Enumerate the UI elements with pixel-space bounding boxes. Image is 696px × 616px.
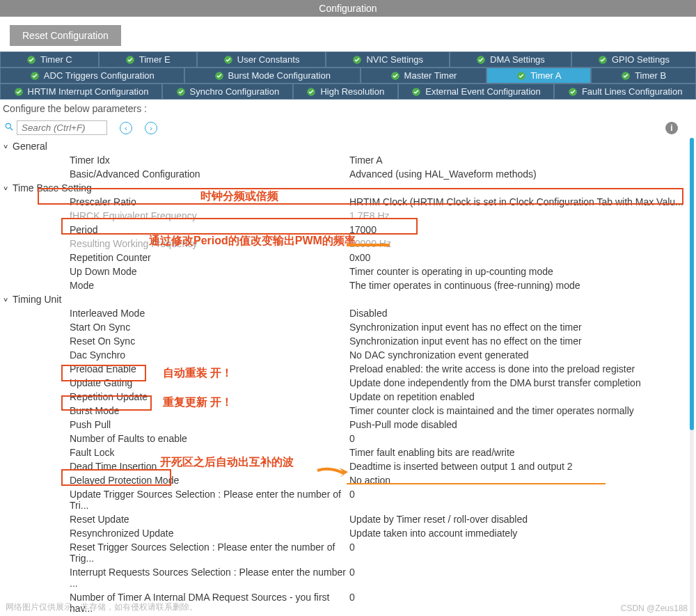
scrollbar-thumb[interactable] [690, 138, 694, 430]
csdn-credit: CSDN @Zeus188 [621, 603, 688, 613]
search-toolbar: ‹ › i [0, 118, 696, 138]
tab-external-event-configuration[interactable]: External Event Configuration [398, 84, 555, 100]
param-row[interactable]: Repetition Counter0x00 [3, 251, 696, 264]
param-value: Synchronization input event has no effec… [349, 322, 696, 333]
section-label: General [13, 141, 47, 152]
param-value: Push-Pull mode disabled [349, 419, 696, 430]
param-value: 0 [349, 542, 696, 564]
caret-down-icon: ∨ [3, 143, 8, 149]
param-row[interactable]: Resulting Working Frequency10000 Hz [3, 237, 696, 251]
search-prev-button[interactable]: ‹ [120, 122, 132, 134]
tab-synchro-configuration[interactable]: Synchro Configuration [162, 84, 293, 100]
param-value: 0 [349, 433, 696, 444]
reset-configuration-button[interactable]: Reset Configuration [10, 25, 121, 46]
tab-timer-c[interactable]: Timer C [0, 52, 99, 68]
param-label: Update Gating [3, 377, 349, 388]
param-row[interactable]: Preload EnablePreload enabled: the write… [3, 362, 696, 376]
param-label: Resulting Working Frequency [3, 238, 349, 249]
caret-down-icon: ∨ [3, 296, 8, 302]
param-label: Start On Sync [3, 322, 349, 333]
search-icon [4, 122, 14, 134]
param-value: 10000 Hz [349, 238, 696, 249]
param-row[interactable]: Basic/Advanced ConfigurationAdvanced (us… [3, 167, 696, 181]
param-row[interactable]: Reset UpdateUpdate by Timer reset / roll… [3, 512, 696, 526]
param-value: Update taken into account immediately [349, 528, 696, 539]
param-row[interactable]: fHRCK Equivalent Frequency1.7E8 Hz [3, 209, 696, 223]
tab-label: HRTIM Interrupt Configuration [28, 86, 149, 97]
search-next-button[interactable]: › [145, 122, 157, 134]
param-value: 0 [349, 567, 696, 589]
param-row[interactable]: Burst ModeTimer counter clock is maintai… [3, 404, 696, 418]
tab-adc-triggers-configuration[interactable]: ADC Triggers Configuration [0, 68, 184, 84]
param-label: Reset Trigger Sources Selection : Please… [3, 542, 349, 564]
param-value: 1.7E8 Hz [349, 210, 696, 221]
param-label: Dead Time Insertion [3, 461, 349, 472]
param-row[interactable]: Reset Trigger Sources Selection : Please… [3, 540, 696, 565]
param-label: Mode [3, 280, 349, 291]
caret-down-icon: ∨ [3, 184, 8, 191]
param-row[interactable]: Delayed Protection ModeNo action [3, 473, 696, 487]
tab-fault-lines-configuration[interactable]: Fault Lines Configuration [554, 84, 696, 100]
tab-label: High Resolution [320, 86, 384, 97]
tab-nvic-settings[interactable]: NVIC Settings [326, 52, 450, 68]
tab-master-timer[interactable]: Master Timer [361, 68, 487, 84]
search-input[interactable] [17, 120, 107, 135]
tab-user-constants[interactable]: User Constants [197, 52, 326, 68]
param-label: Timer Idx [3, 155, 349, 166]
param-row[interactable]: Repetition UpdateUpdate on repetition en… [3, 390, 696, 404]
tab-timer-b[interactable]: Timer B [591, 68, 696, 84]
param-row[interactable]: Reset On SyncSynchronization input event… [3, 334, 696, 348]
param-value: Timer fault enabling bits are read/write [349, 447, 696, 458]
section-timing[interactable]: ∨Timing Unit [3, 292, 696, 306]
param-value: No DAC synchronization event generated [349, 349, 696, 361]
param-row[interactable]: Push PullPush-Pull mode disabled [3, 418, 696, 432]
tab-timer-a[interactable]: Timer A [487, 68, 591, 84]
param-row[interactable]: Start On SyncSynchronization input event… [3, 320, 696, 334]
param-row[interactable]: Interleaved ModeDisabled [3, 306, 696, 320]
info-icon[interactable]: i [665, 122, 678, 134]
tab-burst-mode-configuration[interactable]: Burst Mode Configuration [184, 68, 361, 84]
check-icon [14, 87, 24, 97]
param-label: Update Trigger Sources Selection : Pleas… [3, 489, 349, 511]
param-row[interactable]: Up Down ModeTimer counter is operating i… [3, 264, 696, 278]
param-row[interactable]: Prescaler RatioHRTIM Clock (HRTIM Clock … [3, 195, 696, 209]
tab-label: Timer B [635, 70, 666, 81]
param-label: Number of Faults to enable [3, 433, 349, 444]
check-icon [621, 71, 631, 81]
param-row[interactable]: Number of Faults to enable0 [3, 432, 696, 445]
param-row[interactable]: Interrupt Requests Sources Selection : P… [3, 565, 696, 590]
param-row[interactable]: Update GatingUpdate done independently f… [3, 376, 696, 390]
tab-high-resolution[interactable]: High Resolution [293, 84, 398, 100]
section-timebase[interactable]: ∨Time Base Setting [3, 181, 696, 195]
param-label: Resynchronized Update [3, 528, 349, 539]
tab-hrtim-interrupt-configuration[interactable]: HRTIM Interrupt Configuration [0, 84, 162, 100]
param-value: Timer counter clock is maintained and th… [349, 405, 696, 416]
check-icon [26, 55, 36, 65]
param-row[interactable]: Update Trigger Sources Selection : Pleas… [3, 487, 696, 512]
tab-dma-settings[interactable]: DMA Settings [450, 52, 571, 68]
check-icon [306, 87, 316, 97]
param-label: Repetition Update [3, 391, 349, 402]
param-row[interactable]: Dead Time InsertionDeadtime is inserted … [3, 459, 696, 473]
tab-timer-e[interactable]: Timer E [99, 52, 197, 68]
check-icon [568, 87, 578, 97]
param-label: Reset Update [3, 514, 349, 525]
param-value: Disabled [349, 308, 696, 319]
param-value: No action [349, 475, 696, 486]
param-row[interactable]: ModeThe timer operates in continuous (fr… [3, 278, 696, 292]
tab-label: DMA Settings [490, 54, 545, 65]
param-row[interactable]: Period17000 [3, 223, 696, 237]
param-row[interactable]: Dac SynchroNo DAC synchronization event … [3, 348, 696, 362]
param-value: 0x00 [349, 252, 696, 263]
param-value: Timer A [349, 155, 696, 166]
check-icon [30, 71, 40, 81]
param-row[interactable]: Resynchronized UpdateUpdate taken into a… [3, 526, 696, 540]
param-row[interactable]: Timer IdxTimer A [3, 153, 696, 167]
param-value: Update on repetition enabled [349, 391, 696, 402]
check-icon [390, 71, 400, 81]
watermark-text: 网络图片仅供展示，非存储，如有侵权请联系删除。 [6, 601, 198, 613]
tab-gpio-settings[interactable]: GPIO Settings [571, 52, 696, 68]
param-row[interactable]: Fault LockTimer fault enabling bits are … [3, 445, 696, 459]
tabs-row-3: HRTIM Interrupt ConfigurationSynchro Con… [0, 84, 696, 100]
section-general[interactable]: ∨General [3, 139, 696, 153]
